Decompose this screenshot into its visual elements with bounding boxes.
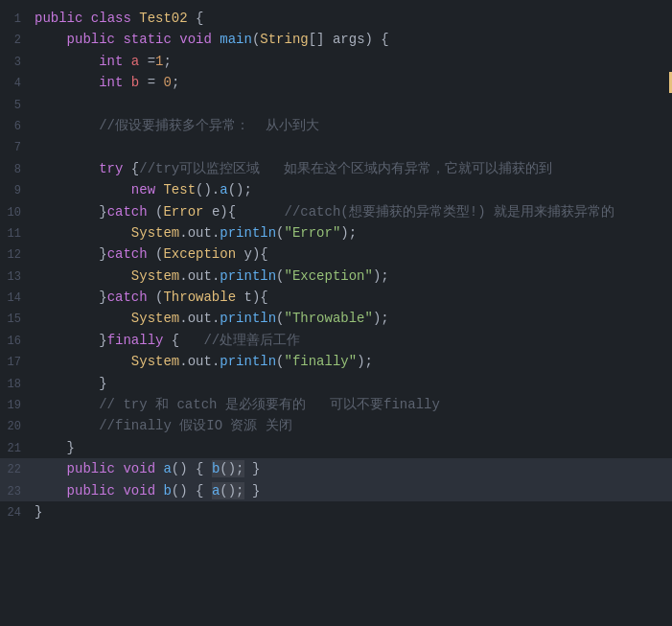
line-content-16: }finally { //处理善后工作: [29, 330, 672, 351]
code-line-8: 8 try {//try可以监控区域 如果在这个区域内有异常，它就可以捕获的到: [0, 158, 672, 179]
line-content-9: new Test().a();: [29, 179, 672, 200]
line-content-12: }catch (Exception y){: [29, 243, 672, 265]
code-line-17: 17 System.out.println("finally");: [0, 351, 672, 372]
line-content-1: public class Test02 {: [29, 8, 672, 29]
line-content-15: System.out.println("Throwable");: [29, 308, 672, 329]
line-content-8: try {//try可以监控区域 如果在这个区域内有异常，它就可以捕获的到: [29, 158, 672, 179]
line-content-18: }: [29, 373, 672, 394]
line-number-14: 14: [0, 290, 29, 308]
code-line-3: 3 int a =1;: [0, 51, 672, 72]
line-number-24: 24: [0, 504, 29, 522]
line-content-11: System.out.println("Error");: [29, 222, 672, 243]
line-content-14: }catch (Throwable t){: [29, 287, 672, 308]
line-number-10: 10: [0, 204, 29, 222]
line-number-19: 19: [0, 397, 29, 415]
line-number-20: 20: [0, 418, 29, 436]
line-content-5: [29, 94, 672, 115]
line-number-18: 18: [0, 376, 29, 394]
line-content-20: //finally 假设IO 资源 关闭: [29, 415, 672, 436]
code-line-11: 11 System.out.println("Error");: [0, 222, 672, 243]
line-content-13: System.out.println("Exception");: [29, 266, 672, 287]
code-line-20: 20 //finally 假设IO 资源 关闭: [0, 415, 672, 436]
line-number-16: 16: [0, 333, 29, 351]
line-number-23: 23: [0, 483, 29, 501]
code-line-5: 5: [0, 94, 672, 115]
code-line-15: 15 System.out.println("Throwable");: [0, 308, 672, 329]
line-content-3: int a =1;: [29, 51, 672, 72]
code-line-9: 9 new Test().a();: [0, 179, 672, 200]
line-number-8: 8: [0, 161, 29, 179]
code-line-6: 6 //假设要捕获多个异常： 从小到大: [0, 115, 672, 136]
line-content-21: }: [29, 437, 672, 458]
line-number-13: 13: [0, 268, 29, 287]
line-number-4: 4: [0, 75, 29, 93]
line-number-9: 9: [0, 182, 29, 200]
line-content-7: [29, 136, 672, 157]
line-content-23: public void b() { a(); }: [29, 480, 672, 501]
line-content-2: public static void main(String[] args) {: [29, 29, 672, 50]
line-number-17: 17: [0, 354, 29, 372]
code-line-24: 24 }: [0, 501, 672, 522]
line-content-17: System.out.println("finally");: [29, 351, 672, 372]
line-content-22: public void a() { b(); }: [29, 458, 672, 479]
code-line-19: 19 // try 和 catch 是必须要有的 可以不要finally: [0, 394, 672, 415]
line-content-4: int b = 0;: [29, 72, 672, 93]
code-line-16: 16 }finally { //处理善后工作: [0, 330, 672, 351]
line-number-22: 22: [0, 461, 29, 479]
line-number-15: 15: [0, 311, 29, 329]
line-number-7: 7: [0, 139, 29, 157]
line-number-11: 11: [0, 225, 29, 243]
code-editor: 1 public class Test02 { 2 public static …: [0, 0, 672, 626]
code-line-23: 23 public void b() { a(); }: [0, 480, 672, 501]
code-line-21: 21 }: [0, 437, 672, 458]
code-line-4: 4 int b = 0;: [0, 72, 672, 93]
code-line-14: 14 }catch (Throwable t){: [0, 287, 672, 308]
code-line-18: 18 }: [0, 373, 672, 394]
line-number-21: 21: [0, 440, 29, 458]
code-line-12: 12 }catch (Exception y){: [0, 243, 672, 265]
code-line-1: 1 public class Test02 {: [0, 8, 672, 29]
line-content-24: }: [29, 501, 672, 522]
line-number-1: 1: [0, 11, 29, 29]
line-content-10: }catch (Error e){ //catch(想要捕获的异常类型!) 就是…: [29, 201, 672, 222]
line-content-6: //假设要捕获多个异常： 从小到大: [29, 115, 672, 136]
line-number-3: 3: [0, 54, 29, 72]
line-content-19: // try 和 catch 是必须要有的 可以不要finally: [29, 394, 672, 415]
code-line-13: 13 System.out.println("Exception");: [0, 266, 672, 287]
code-line-22: 22 public void a() { b(); }: [0, 458, 672, 479]
code-line-7: 7: [0, 136, 672, 157]
line-number-2: 2: [0, 32, 29, 50]
line-number-6: 6: [0, 118, 29, 136]
code-line-2: 2 public static void main(String[] args)…: [0, 29, 672, 50]
line-number-5: 5: [0, 97, 29, 115]
line-number-12: 12: [0, 246, 29, 265]
code-line-10: 10 }catch (Error e){ //catch(想要捕获的异常类型!)…: [0, 201, 672, 222]
